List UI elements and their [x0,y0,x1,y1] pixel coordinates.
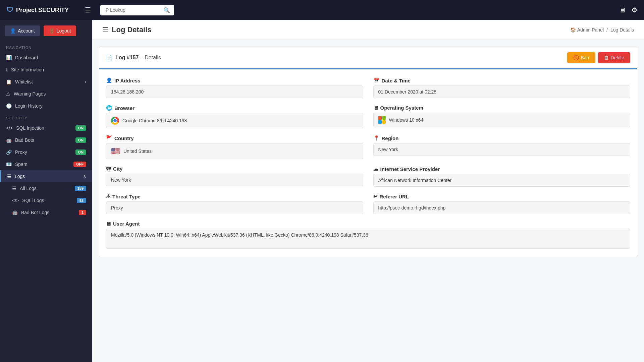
sidebar-item-sqli-logs[interactable]: </> SQLi Logs 92 [0,194,92,206]
sidebar-item-label: SQLi Logs [22,198,44,203]
nav-section-label: NAVIGATION [0,42,92,52]
reply-icon: ↩ [373,193,378,199]
proxy-badge: ON [75,149,87,155]
globe-icon: 🌐 [106,105,112,111]
sidebar-item-dashboard[interactable]: 📊 Dashboard [0,52,92,64]
log-number: Log #157 [115,55,139,61]
sidebar-item-warning-pages[interactable]: ⚠ Warning Pages [0,88,92,100]
breadcrumb-separator: / [606,27,608,33]
sidebar-item-site-information[interactable]: ℹ Site Information [0,64,92,76]
sql-icon: </> [6,125,13,131]
card-actions: 🚫 Ban 🗑 Delete [567,52,630,63]
referer-label: ↩ Referer URL [373,193,631,199]
cloud-icon: ☁ [373,166,378,172]
monitor-icon: 🖥 [373,105,378,111]
city-group: 🗺 City New York [106,166,363,187]
sidebar-item-label: Site Information [11,67,44,72]
brand: 🛡 Project SECURITY [7,6,69,14]
os-value: Windows 10 x64 [373,113,631,127]
us-flag: 🇺🇸 [111,147,120,156]
sidebar-item-label: Bad Bot Logs [21,210,49,215]
city-label: 🗺 City [106,166,363,172]
sidebar-item-login-history[interactable]: 🕐 Login History [0,100,92,112]
log-subtitle: - Details [141,55,161,61]
sidebar-item-bad-bots[interactable]: 🤖 Bad Bots ON [0,134,92,146]
hamburger-button[interactable]: ☰ [82,5,94,15]
trash-icon: 🗑 [604,55,609,60]
region-group: 📍 Region New York [373,135,631,159]
content-header: ☰ Log Details 🏠 Admin Panel / Log Detail… [92,20,644,40]
settings-icon[interactable]: ⚙ [631,6,637,14]
breadcrumb-home-link[interactable]: 🏠 Admin Panel [570,27,604,33]
sidebar-item-sql-injection[interactable]: </> SQL Injection ON [0,122,92,134]
isp-label: ☁ Internet Service Provider [373,166,631,172]
bad-bot-logs-badge: 1 [79,210,86,215]
sidebar-item-label: Warning Pages [14,91,46,97]
sidebar-item-whitelist[interactable]: 📋 Whitelist › [0,76,92,88]
map-icon: 🗺 [106,166,111,172]
page-title: Log Details [112,25,152,34]
ip-address-label: 👤 IP Address [106,77,363,83]
ban-icon: 🚫 [573,55,579,60]
sidebar-item-label: All Logs [20,186,37,191]
sidebar: 👤 Account 🚪 Logout NAVIGATION 📊 Dashboar… [0,20,92,362]
logout-icon: 🚪 [49,28,55,34]
spam-icon: 📧 [6,162,12,167]
account-button[interactable]: 👤 Account [5,25,40,36]
flag-icon: 🚩 [106,135,112,141]
sidebar-item-bad-bot-logs[interactable]: 🤖 Bad Bot Logs 1 [0,206,92,219]
sidebar-item-proxy[interactable]: 🔗 Proxy ON [0,146,92,158]
pin-icon: 📍 [373,135,380,141]
log-icon: 📄 [106,55,113,61]
search-icon: 🔍 [163,7,170,13]
sidebar-item-label: Proxy [15,149,27,155]
page-title-area: ☰ Log Details [102,25,152,34]
browser-label: 🌐 Browser [106,105,363,111]
ban-button[interactable]: 🚫 Ban [567,52,595,63]
sidebar-user-buttons: 👤 Account 🚪 Logout [0,20,92,42]
main-layout: 👤 Account 🚪 Logout NAVIGATION 📊 Dashboar… [0,20,644,362]
search-input[interactable] [104,7,161,13]
chevron-right-icon: › [85,79,86,84]
account-label: Account [18,28,35,34]
dashboard-icon: 📊 [6,55,12,60]
os-group: 🖥 Operating System Windows 10 x64 [373,105,631,128]
home-icon: 🏠 [570,27,576,33]
sqli-logs-badge: 92 [77,198,86,203]
country-value: 🇺🇸 United States [106,143,363,159]
chevron-up-icon: ∧ [83,174,86,179]
region-label: 📍 Region [373,135,631,141]
card-header-title: 📄 Log #157 - Details [106,55,161,61]
content-area: ☰ Log Details 🏠 Admin Panel / Log Detail… [92,20,644,362]
delete-label: Delete [611,55,624,60]
spam-badge: OFF [73,162,86,167]
date-time-label: 📅 Date & Time [373,77,631,83]
bot-icon: 🤖 [6,137,12,143]
sidebar-item-all-logs[interactable]: ☰ All Logs 159 [0,182,92,194]
account-icon: 👤 [10,28,16,34]
sidebar-item-label: Whitelist [15,79,33,84]
warning-icon: ⚠ [6,91,10,97]
sidebar-item-logs[interactable]: ☰ Logs ∧ [0,170,92,182]
fields-grid: 👤 IP Address 154.28.188.200 📅 Date [106,77,630,249]
warning-icon: ⚠ [106,193,110,199]
sidebar-item-label: Spam [15,162,28,167]
proxy-icon: 🔗 [6,149,12,155]
sidebar-item-spam[interactable]: 📧 Spam OFF [0,158,92,170]
referer-url-group: ↩ Referer URL http://psec-demo.rf.gd/ind… [373,193,631,214]
isp-value: African Network Information Center [373,174,631,187]
bad-bots-badge: ON [75,137,87,143]
breadcrumb-current: Log Details [610,27,634,33]
ip-address-group: 👤 IP Address 154.28.188.200 [106,77,363,98]
sidebar-item-label: Dashboard [15,55,38,60]
monitor-icon[interactable]: 🖥 [619,6,626,14]
logout-button[interactable]: 🚪 Logout [44,25,76,36]
referer-value: http://psec-demo.rf.gd/index.php [373,201,631,214]
sidebar-item-label: Bad Bots [15,137,34,143]
breadcrumb: 🏠 Admin Panel / Log Details [570,27,634,33]
logs-icon: ☰ [7,174,11,179]
bad-bot-logs-icon: 🤖 [12,210,18,215]
delete-button[interactable]: 🗑 Delete [598,52,630,63]
shield-icon: 🛡 [7,6,13,14]
history-icon: 🕐 [6,103,12,109]
